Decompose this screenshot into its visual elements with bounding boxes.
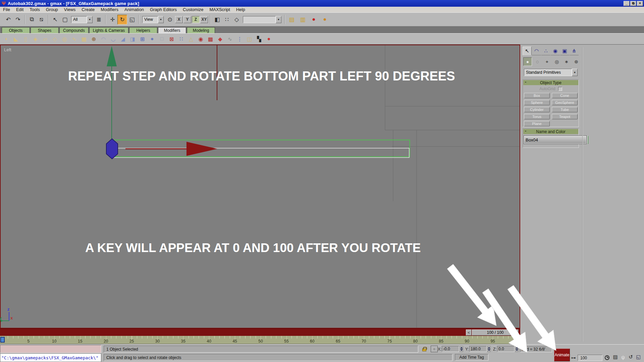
animate-button[interactable]: Animate bbox=[554, 349, 570, 361]
menu-item[interactable]: Graph Editors bbox=[147, 7, 180, 12]
y-spinner[interactable] bbox=[487, 346, 491, 352]
x-axis-arrow[interactable] bbox=[186, 142, 217, 156]
cylinder-modifier-icon[interactable]: □ bbox=[158, 35, 166, 43]
animation-key-marker[interactable] bbox=[0, 337, 5, 343]
close-button[interactable]: × bbox=[637, 1, 643, 6]
select-by-name-icon[interactable]: ≣ bbox=[94, 15, 104, 24]
dropdown-arrow-icon[interactable]: ▼ bbox=[87, 16, 93, 23]
normal-modifier-icon[interactable]: ∿ bbox=[226, 35, 234, 43]
dropdown-arrow-icon[interactable]: ▼ bbox=[572, 69, 578, 76]
named-selection-dropdown[interactable]: ▼ bbox=[243, 16, 281, 23]
hierarchy-tab[interactable]: ∴ bbox=[541, 47, 550, 55]
use-pivot-center-icon[interactable]: ⊙ bbox=[165, 15, 175, 24]
toolbar-tab[interactable]: Compounds bbox=[59, 27, 89, 33]
motion-tab[interactable]: ◉ bbox=[551, 47, 560, 55]
previous-key-button[interactable]: < bbox=[466, 329, 472, 336]
render-icon[interactable]: ● bbox=[309, 15, 319, 24]
menu-item[interactable]: Tools bbox=[26, 7, 43, 12]
smooth-modifier-icon[interactable]: ◠ bbox=[99, 35, 108, 43]
time-slider-handle[interactable]: 100 / 100 bbox=[472, 329, 519, 336]
ripple-modifier-icon[interactable]: ◎ bbox=[60, 35, 69, 43]
wave-modifier-icon[interactable]: ∿ bbox=[70, 35, 78, 43]
select-object-icon[interactable]: ↖ bbox=[50, 15, 60, 24]
toolbar-tab[interactable]: Modifiers bbox=[158, 27, 186, 33]
modify-tab[interactable]: ◠ bbox=[532, 47, 541, 55]
y-axis-arrow[interactable] bbox=[107, 46, 117, 66]
geometry-button[interactable]: ● bbox=[523, 57, 532, 66]
cylinder-button[interactable]: Cylinder bbox=[524, 107, 550, 112]
uvw-checker-modifier-icon[interactable]: ▚ bbox=[255, 35, 263, 43]
menu-item[interactable]: Views bbox=[61, 7, 78, 12]
object-name-field[interactable] bbox=[524, 136, 586, 144]
restore-button[interactable]: ⧉ bbox=[630, 1, 636, 6]
add-time-tag-button[interactable]: Add Time Tag bbox=[455, 354, 488, 361]
select-and-move-icon[interactable]: ✛ bbox=[108, 15, 117, 24]
menu-item[interactable]: Modifiers bbox=[98, 7, 121, 12]
x-spinner[interactable] bbox=[460, 346, 463, 352]
selection-filter-dropdown[interactable]: All ▼ bbox=[71, 16, 93, 23]
checker-modifier-icon[interactable]: ◫ bbox=[245, 35, 254, 43]
z-coordinate-field[interactable]: 0.0 bbox=[497, 346, 515, 352]
menu-item[interactable]: Customize bbox=[180, 7, 206, 12]
helpers-button[interactable]: ∗ bbox=[562, 57, 571, 66]
menu-item[interactable]: Help bbox=[233, 7, 248, 12]
absolute-mode-toggle[interactable]: ○ bbox=[431, 346, 438, 352]
undo-icon[interactable]: ↶ bbox=[3, 15, 13, 24]
array-icon[interactable]: ∷ bbox=[222, 15, 232, 24]
select-and-rotate-icon[interactable]: ↻ bbox=[117, 15, 127, 24]
key-mode-icon[interactable]: ⊶ bbox=[570, 354, 577, 361]
dropdown-arrow-icon[interactable]: ▼ bbox=[158, 16, 164, 23]
meshsmooth-modifier-icon[interactable]: ◡ bbox=[109, 35, 117, 43]
field-of-view-icon[interactable]: ▨ bbox=[612, 354, 619, 360]
dropdown-arrow-icon[interactable]: ▼ bbox=[276, 16, 281, 23]
extrude-modifier-icon[interactable]: ◢ bbox=[119, 35, 127, 43]
utilities-tab[interactable]: ⋔ bbox=[570, 47, 579, 55]
lattice-modifier-icon[interactable]: ▦ bbox=[80, 35, 88, 43]
cap-holes-modifier-icon[interactable]: △ bbox=[187, 35, 195, 43]
menu-item[interactable]: File bbox=[0, 7, 13, 12]
object-color-swatch[interactable] bbox=[588, 136, 588, 144]
skew-modifier-icon[interactable]: ▱ bbox=[41, 35, 49, 43]
schematic-view-icon[interactable]: ▥ bbox=[298, 15, 308, 24]
lathe-modifier-icon[interactable]: ◨ bbox=[128, 35, 137, 43]
taper-modifier-icon[interactable]: ◣ bbox=[12, 35, 20, 43]
display-tab[interactable]: ▣ bbox=[560, 47, 569, 55]
restrict-xy-plane-button[interactable]: XY bbox=[200, 16, 208, 23]
category-dropdown[interactable]: Standard Primitives ▼ bbox=[524, 69, 578, 76]
xform2-modifier-icon[interactable]: ⊠ bbox=[167, 35, 176, 43]
box-object-outline[interactable] bbox=[113, 148, 409, 158]
z-spinner[interactable] bbox=[515, 346, 519, 352]
stretch-modifier-icon[interactable]: ◇ bbox=[51, 35, 59, 43]
autogrid-checkbox[interactable] bbox=[558, 87, 562, 91]
align-icon[interactable]: ◇ bbox=[232, 15, 241, 24]
lights-button[interactable]: ⌖ bbox=[543, 57, 551, 66]
toolbar-tab[interactable]: Modeling bbox=[187, 27, 215, 33]
unlink-selection-icon[interactable]: ⧅ bbox=[37, 15, 46, 24]
toolbar-tab[interactable]: Shapes bbox=[31, 27, 59, 33]
twist-modifier-icon[interactable]: ▯ bbox=[21, 35, 30, 43]
bend-modifier-icon[interactable]: ◗ bbox=[2, 35, 10, 43]
edit-mesh-modifier-icon[interactable]: ∷ bbox=[177, 35, 185, 43]
track-view-icon[interactable]: ▤ bbox=[287, 15, 297, 24]
timeline-ruler[interactable]: 0510152025303540455055606570758085909510… bbox=[0, 336, 519, 344]
y-coordinate-field[interactable]: 180.0 bbox=[469, 346, 487, 352]
uvw-map-modifier-icon[interactable]: ⊞ bbox=[138, 35, 147, 43]
pan-icon[interactable]: ψ bbox=[620, 354, 627, 360]
time-configuration-button[interactable] bbox=[604, 355, 610, 361]
current-frame-field[interactable]: 100 bbox=[578, 355, 602, 361]
x-coordinate-field[interactable]: -0.0 bbox=[442, 346, 459, 352]
menu-item[interactable]: Group bbox=[43, 7, 61, 12]
create-tab[interactable]: ↖ bbox=[523, 47, 532, 55]
geosphere-button[interactable]: GeoSphere bbox=[552, 100, 578, 105]
toolbar-tab[interactable]: Helpers bbox=[129, 27, 157, 33]
restrict-x-button[interactable]: X bbox=[175, 16, 183, 23]
box-button[interactable]: Box bbox=[524, 93, 550, 98]
tube-button[interactable]: Tube bbox=[552, 107, 578, 112]
maxscript-mini-listener-input[interactable]: "C:\gmax\gamepacks\FSX_GMaxGamepack\" bbox=[0, 353, 101, 362]
object-type-rollout-header[interactable]: - Object Type bbox=[523, 80, 578, 85]
ffd-modifier-icon[interactable]: ▩ bbox=[206, 35, 215, 43]
menu-item[interactable]: Animation bbox=[121, 7, 147, 12]
toolbar-tab[interactable]: Lights & Cameras bbox=[89, 27, 128, 33]
min-max-toggle-icon[interactable]: ◱ bbox=[635, 354, 642, 360]
menu-item[interactable]: MAXScript bbox=[207, 7, 233, 12]
